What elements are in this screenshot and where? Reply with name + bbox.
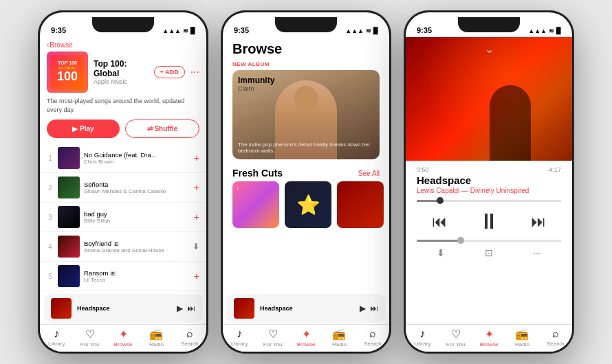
track-art — [58, 265, 80, 287]
album-desc-overlay: The indie-pop phenom's debut boldly brea… — [238, 140, 374, 154]
silhouette — [490, 85, 531, 161]
add-button[interactable]: + ADD — [154, 66, 185, 78]
nav-label: Radio — [515, 341, 529, 348]
progress-bar[interactable] — [417, 200, 561, 202]
notch-1 — [92, 17, 154, 32]
time-remaining: -4:17 — [547, 166, 561, 173]
album-description: The most-played songs around the world, … — [40, 97, 206, 120]
fresh-cut-3[interactable] — [337, 181, 384, 228]
fast-forward-button[interactable]: ⏭ — [531, 213, 546, 231]
battery-icon: ▉ — [190, 27, 195, 34]
add-track-icon[interactable]: + — [194, 271, 199, 282]
time-row: 0:50 -4:17 — [417, 166, 561, 173]
track-info: Señorita Shawn Mendes & Camila Cabello — [84, 181, 190, 194]
nav-label-radio: Radio — [149, 341, 164, 348]
track-row[interactable]: 2 Señorita Shawn Mendes & Camila Cabello… — [40, 173, 206, 203]
browse-icon: ✦ — [119, 328, 128, 341]
nav-radio[interactable]: 📻 Radio — [323, 328, 356, 348]
volume-handle[interactable] — [457, 237, 464, 244]
fresh-cut-2[interactable]: ⭐ — [285, 181, 331, 228]
nav-browse[interactable]: ✦ Browse — [107, 328, 140, 348]
nav-foryou[interactable]: ♡ For You — [256, 328, 289, 348]
fresh-cut-1[interactable]: ♪ — [232, 181, 279, 228]
library-icon: ♪ — [54, 328, 59, 340]
nav-label-search: Search — [181, 341, 198, 347]
volume-fill — [417, 240, 460, 242]
heart-icon: ♡ — [268, 328, 278, 341]
signal-icon: ▲▲▲ — [162, 27, 181, 34]
play-icon[interactable]: ▶ — [177, 304, 183, 313]
wifi-icon: ≋ — [366, 27, 371, 34]
playback-controls: ▶ Play ⇌ Shuffle — [40, 120, 206, 144]
rewind-button[interactable]: ⏮ — [432, 213, 447, 231]
browse-icon: ✦ — [485, 328, 494, 341]
nav-library[interactable]: ♪ Library — [406, 328, 439, 348]
see-all-button[interactable]: See All — [358, 170, 380, 177]
bottom-nav-3: ♪ Library ♡ For You ✦ Browse 📻 Radio ⌕ S… — [406, 324, 572, 352]
mini-player-art-2 — [234, 298, 254, 319]
search-icon: ⌕ — [369, 328, 376, 340]
pause-button[interactable]: ⏸ — [478, 209, 500, 234]
shuffle-button[interactable]: ⇌ Shuffle — [125, 120, 199, 138]
fresh-cuts-header: Fresh Cuts See All — [223, 165, 389, 181]
status-icons-2: ▲▲▲ ≋ ▉ — [345, 27, 378, 34]
nav-library[interactable]: ♪ Library — [40, 328, 73, 348]
nav-radio[interactable]: 📻 Radio — [140, 328, 173, 348]
add-track-icon[interactable]: + — [194, 182, 199, 193]
nav-browse[interactable]: ✦ Browse — [472, 328, 505, 348]
track-art — [58, 147, 80, 169]
play-icon[interactable]: ▶ — [360, 304, 366, 313]
nav-search[interactable]: ⌕ Search — [539, 328, 572, 348]
nav-search[interactable]: ⌕ Search — [173, 328, 206, 348]
nav-radio[interactable]: 📻 Radio — [505, 328, 538, 348]
forward-icon[interactable]: ⏭ — [370, 304, 378, 313]
nav-label: Search — [547, 341, 564, 347]
nav-foryou[interactable]: ♡ For You — [73, 328, 106, 348]
more-button[interactable]: ··· — [190, 66, 199, 78]
phone-1: 9:35 ▲▲▲ ≋ ▉ ‹ Browse TOP 100 — [38, 10, 208, 354]
track-row[interactable]: 1 No Guidance (feat. Dra... Chris Brown … — [40, 144, 206, 173]
track-row[interactable]: 4 Boyfriend E Ariana Grande and Social H… — [40, 232, 206, 262]
nav-library[interactable]: ♪ Library — [223, 328, 256, 348]
featured-album-card[interactable]: Immunity Clairo The indie-pop phenom's d… — [232, 70, 380, 159]
section-label: NEW ALBUM — [223, 60, 389, 69]
nav-label: Search — [364, 341, 381, 347]
main-controls: ⏮ ⏸ ⏭ — [417, 209, 561, 234]
download-button[interactable]: ⬇ — [437, 247, 445, 258]
mini-player-controls-2: ▶ ⏭ — [360, 304, 378, 313]
play-button[interactable]: ▶ Play — [47, 120, 120, 138]
album-section: TOP 100 GLOBAL 100 Top 100: Global Apple… — [40, 52, 206, 97]
radio-icon: 📻 — [149, 328, 163, 341]
time-elapsed: 0:50 — [417, 166, 429, 173]
back-button[interactable]: ‹ Browse — [47, 41, 73, 49]
nav-label: Browse — [297, 341, 316, 348]
progress-handle[interactable] — [437, 197, 444, 204]
mini-player[interactable]: Headspace ▶ ⏭ — [44, 294, 202, 323]
track-info: Boyfriend E Ariana Grande and Social Hou… — [84, 240, 188, 253]
nav-foryou[interactable]: ♡ For You — [439, 328, 472, 348]
volume-bar[interactable] — [417, 240, 561, 242]
track-row[interactable]: 3 bad guy Billie Eilish + — [40, 203, 206, 232]
mini-player-info: Headspace — [77, 305, 171, 312]
airplay-button[interactable]: ⊡ — [485, 247, 493, 258]
nav-search[interactable]: ⌕ Search — [356, 328, 389, 348]
download-icon[interactable]: ⬇ — [193, 242, 199, 251]
mini-player-2[interactable]: Headspace ▶ ⏭ — [227, 294, 385, 323]
add-track-icon[interactable]: + — [194, 212, 199, 223]
forward-icon[interactable]: ⏭ — [187, 304, 195, 313]
track-row[interactable]: 5 Ransom E Lil Tecca + — [40, 262, 206, 291]
p1-header: ‹ Browse — [40, 37, 206, 52]
mini-player-title: Headspace — [77, 305, 171, 312]
nav-browse[interactable]: ✦ Browse — [289, 328, 323, 348]
battery-icon: ▉ — [556, 27, 561, 34]
person-head — [294, 86, 318, 110]
more-options-button[interactable]: ··· — [533, 247, 541, 258]
bottom-nav-2: ♪ Library ♡ For You ✦ Browse 📻 Radio ⌕ S… — [223, 324, 389, 352]
nav-label: Library — [414, 341, 430, 347]
wifi-icon: ≋ — [183, 27, 188, 34]
chevron-down-icon[interactable]: ⌄ — [485, 43, 494, 56]
browse-header: Browse — [223, 37, 389, 60]
add-track-icon[interactable]: + — [194, 152, 199, 163]
album-info: Top 100: Global Apple Music — [94, 59, 149, 85]
track-art — [58, 236, 80, 258]
